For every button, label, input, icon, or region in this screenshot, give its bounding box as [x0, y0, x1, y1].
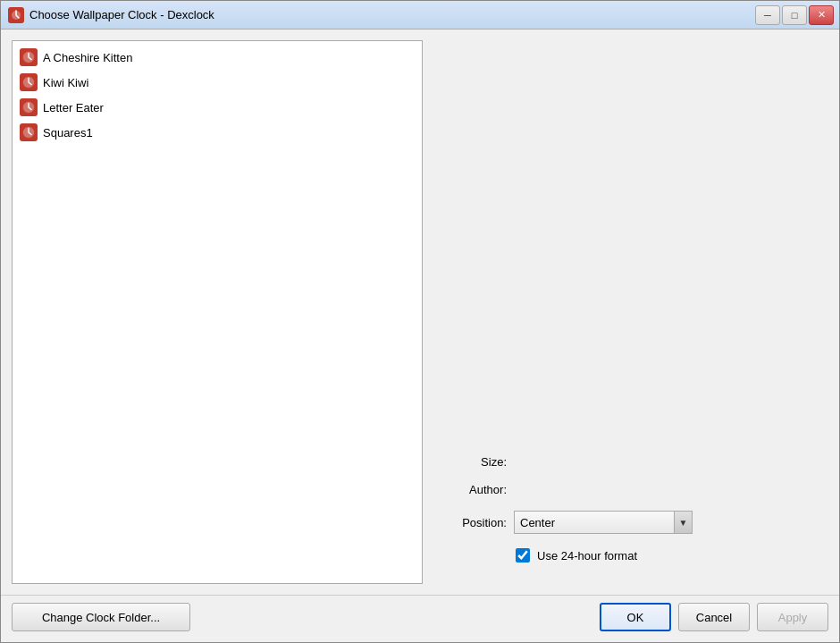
apply-button[interactable]: Apply — [757, 603, 828, 631]
position-dropdown[interactable]: Center ▼ — [514, 511, 693, 534]
list-item[interactable]: Squares1 — [13, 120, 422, 145]
main-window: Choose Wallpaper Clock - Dexclock ─ □ ✕ … — [0, 0, 840, 643]
size-label: Size: — [435, 455, 507, 469]
close-button[interactable]: ✕ — [809, 5, 834, 25]
size-row: Size: — [435, 455, 828, 469]
info-section: Size: Author: Position: Center ▼ U — [435, 455, 828, 563]
maximize-button[interactable]: □ — [782, 5, 807, 25]
right-buttons: OK Cancel Apply — [600, 603, 828, 631]
right-panel: Size: Author: Position: Center ▼ U — [435, 40, 828, 584]
title-bar-left: Choose Wallpaper Clock - Dexclock — [8, 7, 214, 23]
list-item-label: Letter Eater — [43, 101, 104, 114]
list-item[interactable]: Letter Eater — [13, 95, 422, 120]
position-label: Position: — [435, 516, 507, 529]
position-dropdown-arrow: ▼ — [674, 512, 692, 533]
window-title: Choose Wallpaper Clock - Dexclock — [29, 8, 214, 21]
list-item-label: Kiwi Kiwi — [43, 76, 88, 89]
use-24hour-checkbox[interactable] — [516, 548, 530, 563]
use-24hour-label[interactable]: Use 24-hour format — [537, 549, 637, 563]
clock-icon — [20, 73, 38, 91]
title-bar: Choose Wallpaper Clock - Dexclock ─ □ ✕ — [1, 1, 839, 30]
wallpaper-clock-list[interactable]: A Cheshire Kitten Kiwi Kiwi Letter Eater… — [12, 40, 423, 584]
app-icon — [8, 7, 24, 23]
bottom-bar: Change Clock Folder... OK Cancel Apply — [1, 595, 839, 642]
minimize-button[interactable]: ─ — [755, 5, 780, 25]
window-controls: ─ □ ✕ — [755, 5, 834, 25]
clock-icon — [20, 48, 38, 66]
clock-icon — [20, 123, 38, 141]
list-item[interactable]: Kiwi Kiwi — [13, 70, 422, 95]
cancel-button[interactable]: Cancel — [678, 603, 750, 631]
content-area: A Cheshire Kitten Kiwi Kiwi Letter Eater… — [1, 30, 839, 595]
checkbox-row: Use 24-hour format — [435, 548, 828, 563]
left-panel: A Cheshire Kitten Kiwi Kiwi Letter Eater… — [12, 40, 423, 584]
author-label: Author: — [435, 483, 507, 496]
list-item-label: A Cheshire Kitten — [43, 51, 132, 64]
ok-button[interactable]: OK — [600, 603, 671, 631]
author-row: Author: — [435, 483, 828, 496]
position-row: Position: Center ▼ — [435, 511, 828, 534]
position-selected-value: Center — [520, 516, 555, 529]
list-item-label: Squares1 — [43, 126, 93, 140]
change-clock-folder-button[interactable]: Change Clock Folder... — [12, 603, 190, 631]
list-item[interactable]: A Cheshire Kitten — [13, 45, 422, 70]
clock-icon — [20, 98, 38, 116]
